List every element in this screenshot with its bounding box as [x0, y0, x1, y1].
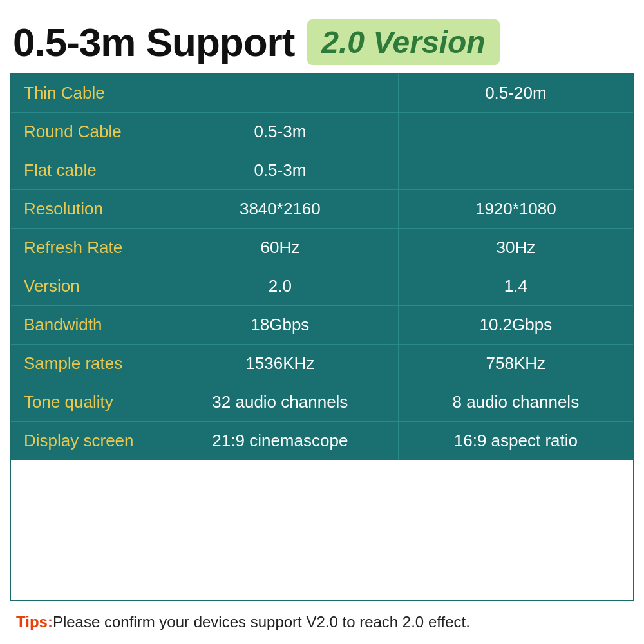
row-v14: 8 audio channels	[398, 383, 633, 422]
version-badge: 2.0 Version	[307, 19, 499, 65]
row-v20: 1536KHz	[162, 345, 398, 383]
table-row: Refresh Rate60Hz30Hz	[11, 229, 633, 267]
table-row: Tone quality32 audio channels8 audio cha…	[11, 383, 633, 422]
row-v20: 60Hz	[162, 229, 398, 267]
row-label: Round Cable	[11, 113, 162, 151]
table-row: Version2.01.4	[11, 267, 633, 306]
row-v14: 758KHz	[398, 345, 633, 383]
row-v20: 21:9 cinemascope	[162, 422, 398, 460]
row-v14	[398, 113, 633, 151]
row-v20: 3840*2160	[162, 190, 398, 229]
row-v14: 1.4	[398, 267, 633, 306]
row-v14: 0.5-20m	[398, 74, 633, 113]
table-row: Display screen21:9 cinemascope16:9 aspec…	[11, 422, 633, 460]
tips-label: Tips:	[16, 613, 53, 630]
row-v20	[162, 74, 398, 113]
main-title: 0.5-3m Support	[13, 19, 294, 65]
table-row: Flat cable0.5-3m	[11, 151, 633, 190]
row-v14: 10.2Gbps	[398, 306, 633, 345]
table-row: Round Cable0.5-3m	[11, 113, 633, 151]
table-row: Thin Cable0.5-20m	[11, 74, 633, 113]
table-row: Bandwidth18Gbps10.2Gbps	[11, 306, 633, 345]
version-badge-text: 2.0 Version	[321, 25, 485, 59]
row-v14	[398, 151, 633, 190]
row-v14: 16:9 aspect ratio	[398, 422, 633, 460]
row-v20: 32 audio channels	[162, 383, 398, 422]
row-v20: 0.5-3m	[162, 113, 398, 151]
row-label: Bandwidth	[11, 306, 162, 345]
row-label: Resolution	[11, 190, 162, 229]
row-v20: 0.5-3m	[162, 151, 398, 190]
comparison-table-container: Thin Cable0.5-20mRound Cable0.5-3mFlat c…	[10, 73, 634, 601]
row-v14: 1920*1080	[398, 190, 633, 229]
row-label: Display screen	[11, 422, 162, 460]
row-label: Version	[11, 267, 162, 306]
row-v20: 18Gbps	[162, 306, 398, 345]
row-label: Flat cable	[11, 151, 162, 190]
row-label: Thin Cable	[11, 74, 162, 113]
row-label: Sample rates	[11, 345, 162, 383]
table-row: Sample rates1536KHz758KHz	[11, 345, 633, 383]
page-wrapper: 0.5-3m Support 2.0 Version Thin Cable0.5…	[0, 0, 644, 644]
tips-section: Tips:Please confirm your devices support…	[6, 613, 638, 631]
row-v20: 2.0	[162, 267, 398, 306]
row-v14: 30Hz	[398, 229, 633, 267]
comparison-table: Thin Cable0.5-20mRound Cable0.5-3mFlat c…	[11, 74, 633, 460]
header: 0.5-3m Support 2.0 Version	[6, 19, 638, 65]
table-row: Resolution3840*21601920*1080	[11, 190, 633, 229]
row-label: Tone quality	[11, 383, 162, 422]
row-label: Refresh Rate	[11, 229, 162, 267]
tips-text: Please confirm your devices support V2.0…	[53, 613, 470, 630]
